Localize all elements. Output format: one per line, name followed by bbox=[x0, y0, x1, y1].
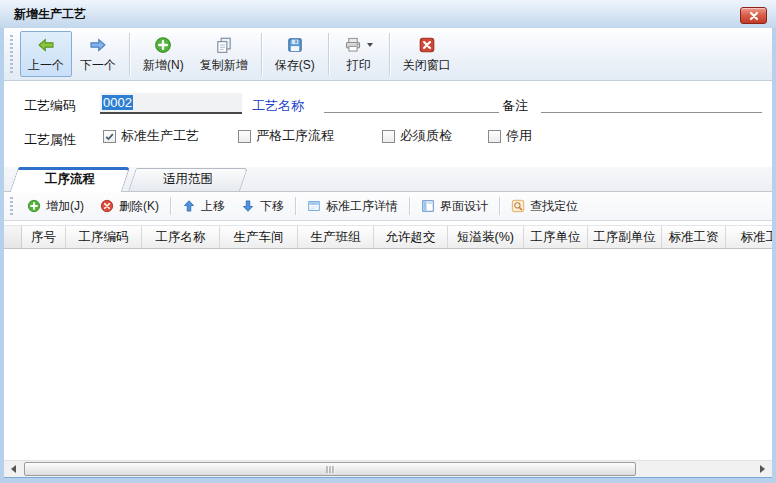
toolbar-separator bbox=[328, 33, 329, 75]
checkbox-label: 严格工序流程 bbox=[256, 127, 334, 145]
checkbox-label: 标准生产工艺 bbox=[121, 127, 199, 145]
previous-button[interactable]: 上一个 bbox=[20, 31, 72, 77]
column-header-std-hours[interactable]: 标准工时 bbox=[726, 226, 772, 249]
tab-label: 适用范围 bbox=[132, 167, 244, 191]
column-header-op-unit[interactable]: 工序单位 bbox=[524, 226, 588, 249]
add-row-button[interactable]: 增加(J) bbox=[19, 194, 92, 218]
copy-new-button[interactable]: 复制新增 bbox=[192, 31, 256, 77]
column-header-op-code[interactable]: 工序编码 bbox=[66, 226, 142, 249]
checkbox-disabled[interactable]: 停用 bbox=[488, 127, 532, 145]
grid-toolbar-separator bbox=[409, 197, 410, 215]
remark-input[interactable] bbox=[541, 93, 762, 113]
add-row-label: 增加(J) bbox=[46, 198, 84, 215]
checkbox-icon[interactable] bbox=[103, 130, 116, 143]
close-icon bbox=[749, 11, 759, 21]
form-area: 工艺编码 0002 工艺名称 备注 工艺属性 标准生产工艺 严格工序流程 bbox=[4, 81, 772, 167]
grid-toolbar-separator bbox=[499, 197, 500, 215]
grid-toolbar-separator bbox=[170, 197, 171, 215]
ui-design-icon bbox=[421, 199, 435, 213]
column-header-over-delivery[interactable]: 允许超交 bbox=[374, 226, 448, 249]
ui-design-button[interactable]: 界面设计 bbox=[413, 194, 496, 218]
move-up-label: 上移 bbox=[201, 198, 225, 215]
checkbox-must-qc[interactable]: 必须质检 bbox=[382, 127, 452, 145]
grid-body[interactable] bbox=[4, 249, 772, 460]
main-toolbar: 上一个 下一个 新增(N) bbox=[4, 28, 772, 81]
grid-toolbar: 增加(J) 删除(K) 上移 下移 bbox=[4, 192, 772, 221]
checkbox-icon[interactable] bbox=[488, 130, 501, 143]
column-header-short-overload[interactable]: 短溢装(%) bbox=[448, 226, 524, 249]
search-locate-label: 查找定位 bbox=[530, 198, 578, 215]
add-circle-icon bbox=[27, 199, 41, 213]
process-name-input[interactable] bbox=[324, 93, 499, 113]
grid-toolbar-grip[interactable] bbox=[10, 197, 13, 215]
window-content: 上一个 下一个 新增(N) bbox=[4, 28, 772, 477]
checkbox-strict-flow[interactable]: 严格工序流程 bbox=[238, 127, 334, 145]
move-down-label: 下移 bbox=[260, 198, 284, 215]
grid-row-indicator bbox=[4, 226, 22, 249]
toolbar-grip[interactable] bbox=[10, 35, 13, 73]
scroll-left-button[interactable] bbox=[5, 461, 22, 477]
save-label: 保存(S) bbox=[275, 57, 315, 74]
column-header-std-wage[interactable]: 标准工资 bbox=[662, 226, 726, 249]
close-window-label: 关闭窗口 bbox=[403, 57, 451, 74]
column-header-op-name[interactable]: 工序名称 bbox=[142, 226, 220, 249]
process-name-label: 工艺名称 bbox=[252, 97, 304, 115]
delete-row-button[interactable]: 删除(K) bbox=[92, 194, 167, 218]
process-code-input[interactable]: 0002 bbox=[100, 93, 242, 114]
new-button[interactable]: 新增(N) bbox=[135, 31, 192, 77]
save-button[interactable]: 保存(S) bbox=[267, 31, 323, 77]
process-code-label: 工艺编码 bbox=[24, 97, 76, 115]
standard-process-detail-button[interactable]: 标准工序详情 bbox=[299, 194, 406, 218]
scroll-left-icon bbox=[11, 465, 16, 473]
standard-process-detail-label: 标准工序详情 bbox=[326, 198, 398, 215]
close-window-button[interactable]: 关闭窗口 bbox=[395, 31, 459, 77]
window: 新增生产工艺 上一个 下一个 bbox=[0, 0, 776, 483]
tab-strip: 工序流程 适用范围 bbox=[4, 167, 772, 192]
next-label: 下一个 bbox=[80, 57, 116, 74]
next-button[interactable]: 下一个 bbox=[72, 31, 124, 77]
checkbox-icon[interactable] bbox=[238, 130, 251, 143]
detail-panel-icon bbox=[307, 199, 321, 213]
tab-label: 工序流程 bbox=[14, 167, 126, 191]
delete-row-label: 删除(K) bbox=[119, 198, 159, 215]
grid-toolbar-separator bbox=[295, 197, 296, 215]
printer-icon bbox=[344, 36, 362, 54]
close-window-icon bbox=[418, 36, 436, 54]
column-header-op-subunit[interactable]: 工序副单位 bbox=[588, 226, 662, 249]
column-header-team[interactable]: 生产班组 bbox=[298, 226, 374, 249]
move-down-button[interactable]: 下移 bbox=[233, 194, 292, 218]
scroll-right-button[interactable] bbox=[754, 461, 771, 477]
window-close-button[interactable] bbox=[740, 7, 767, 24]
checkbox-standard-process[interactable]: 标准生产工艺 bbox=[103, 127, 199, 145]
delete-circle-icon bbox=[100, 199, 114, 213]
arrow-up-icon bbox=[182, 199, 196, 213]
window-title: 新增生产工艺 bbox=[14, 0, 86, 28]
search-locate-button[interactable]: 查找定位 bbox=[503, 194, 586, 218]
arrow-down-icon bbox=[241, 199, 255, 213]
toolbar-separator bbox=[261, 33, 262, 75]
remark-label: 备注 bbox=[502, 97, 528, 115]
checkbox-label: 停用 bbox=[506, 127, 532, 145]
horizontal-scrollbar[interactable] bbox=[4, 460, 772, 477]
column-header-seq[interactable]: 序号 bbox=[22, 226, 66, 249]
column-header-workshop[interactable]: 生产车间 bbox=[220, 226, 298, 249]
arrow-left-icon bbox=[37, 36, 55, 54]
previous-label: 上一个 bbox=[28, 57, 64, 74]
copy-icon bbox=[215, 36, 233, 54]
print-button[interactable]: 打印 bbox=[334, 31, 384, 77]
scroll-right-icon bbox=[760, 465, 765, 473]
title-bar: 新增生产工艺 bbox=[0, 0, 776, 28]
add-circle-icon bbox=[154, 36, 172, 54]
scrollbar-thumb[interactable] bbox=[24, 462, 636, 476]
checkbox-icon[interactable] bbox=[382, 130, 395, 143]
tab-process-flow[interactable]: 工序流程 bbox=[14, 167, 126, 191]
ui-design-label: 界面设计 bbox=[440, 198, 488, 215]
process-attr-label: 工艺属性 bbox=[24, 131, 76, 149]
process-grid: 序号 工序编码 工序名称 生产车间 生产班组 允许超交 短溢装(%) 工序单位 … bbox=[4, 225, 772, 460]
toolbar-separator bbox=[129, 33, 130, 75]
save-icon bbox=[286, 36, 304, 54]
print-dropdown-caret[interactable] bbox=[367, 43, 373, 47]
toolbar-separator bbox=[389, 33, 390, 75]
tab-applicable-scope[interactable]: 适用范围 bbox=[132, 167, 244, 191]
move-up-button[interactable]: 上移 bbox=[174, 194, 233, 218]
